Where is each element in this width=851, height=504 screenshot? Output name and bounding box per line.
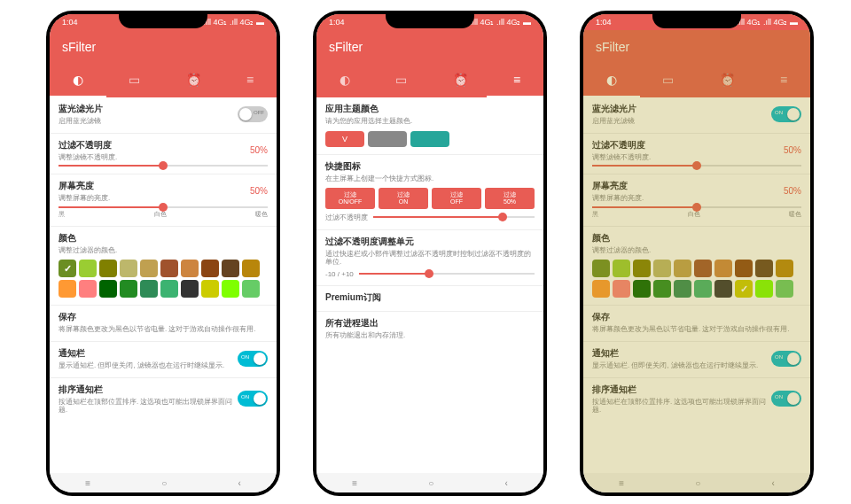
dim-slider[interactable] bbox=[59, 206, 268, 208]
color-swatch[interactable] bbox=[120, 280, 137, 298]
color-swatch[interactable] bbox=[59, 280, 76, 298]
color-swatch[interactable] bbox=[755, 280, 773, 298]
quick-icon-row: 快捷图标 在主屏幕上创建一个快捷方式图标. 过滤ON/OFF过滤ON过滤OFF过… bbox=[316, 155, 543, 230]
tab-schedule-icon[interactable]: ⏰ bbox=[720, 73, 735, 87]
dim-sub: 调整屏幕的亮度. bbox=[59, 194, 110, 203]
color-swatch[interactable] bbox=[222, 280, 239, 298]
tab-schedule-icon[interactable]: ⏰ bbox=[186, 73, 201, 87]
color-swatch[interactable] bbox=[613, 260, 630, 277]
notification-toggle[interactable]: ON bbox=[238, 351, 268, 367]
opacity-slider[interactable] bbox=[59, 165, 268, 167]
tab-menu-icon[interactable]: ≡ bbox=[780, 73, 787, 87]
exit-row[interactable]: 所有进程退出 所有功能退出和内存清理. bbox=[316, 312, 543, 347]
tab-dim-icon[interactable]: ▭ bbox=[662, 73, 674, 87]
tab-bar: ◐ ▭ ⏰ ≡ bbox=[50, 64, 277, 96]
quick-shortcut-button[interactable]: 过滤50% bbox=[485, 188, 535, 208]
color-swatch[interactable] bbox=[242, 280, 260, 298]
blue-filter-toggle[interactable]: OFF bbox=[238, 106, 268, 122]
step-slider[interactable] bbox=[359, 273, 535, 275]
color-swatch[interactable] bbox=[694, 260, 712, 277]
color-swatch[interactable] bbox=[714, 280, 732, 298]
color-swatch[interactable] bbox=[776, 280, 793, 298]
nav-home-icon[interactable]: ○ bbox=[695, 478, 700, 488]
quick-shortcut-button[interactable]: 过滤OFF bbox=[432, 188, 481, 208]
color-swatch[interactable] bbox=[160, 260, 178, 277]
theme-chip[interactable]: V bbox=[325, 131, 364, 147]
theme-chip[interactable] bbox=[410, 131, 449, 147]
main-content[interactable]: 应用主题颜色 请为您的应用选择主题颜色. V 快捷图标 在主屏幕上创建一个快捷方… bbox=[316, 97, 543, 473]
color-swatch[interactable] bbox=[201, 260, 219, 277]
color-swatch[interactable] bbox=[592, 260, 610, 277]
quick-opacity-slider[interactable] bbox=[373, 216, 535, 218]
color-swatch[interactable] bbox=[613, 280, 630, 298]
premium-row[interactable]: Premium订阅 bbox=[316, 286, 543, 312]
dim-slider[interactable] bbox=[592, 206, 801, 208]
color-swatch[interactable] bbox=[653, 260, 671, 277]
save-row[interactable]: 保存 将屏幕颜色更改为黑色以节省电量. 这对于游戏自动操作很有用. bbox=[50, 306, 277, 342]
nav-back-icon[interactable]: ‹ bbox=[772, 478, 775, 488]
blue-light-filter-row[interactable]: 蓝光滤光片 启用蓝光滤镜 ON bbox=[583, 97, 810, 134]
notification-row[interactable]: 通知栏 显示通知栏. 但即使关闭, 滤镜器也在运行时继续显示. ON bbox=[50, 342, 277, 378]
blue-filter-toggle[interactable]: ON bbox=[771, 106, 801, 122]
color-swatch[interactable] bbox=[79, 260, 97, 277]
quick-title: 快捷图标 bbox=[325, 160, 535, 173]
quick-shortcut-button[interactable]: 过滤ON bbox=[379, 188, 428, 208]
color-swatch[interactable] bbox=[633, 260, 651, 277]
notification-toggle[interactable]: ON bbox=[771, 351, 801, 367]
color-swatch[interactable] bbox=[653, 280, 671, 298]
color-swatch[interactable] bbox=[674, 280, 691, 298]
color-swatch[interactable] bbox=[181, 280, 199, 298]
nav-home-icon[interactable]: ○ bbox=[428, 478, 433, 488]
tab-dim-icon[interactable]: ▭ bbox=[395, 73, 407, 87]
nav-home-icon[interactable]: ○ bbox=[161, 478, 167, 488]
color-swatch[interactable] bbox=[160, 280, 178, 298]
color-swatch[interactable] bbox=[776, 260, 793, 277]
main-content[interactable]: 蓝光滤光片 启用蓝光滤镜 OFF 过滤不透明度 调整滤镜不透明度. 50% bbox=[50, 97, 277, 473]
tab-filter-icon[interactable]: ◐ bbox=[73, 73, 83, 87]
opacity-slider[interactable] bbox=[592, 165, 801, 167]
color-swatch[interactable] bbox=[592, 280, 610, 298]
tab-filter-icon[interactable]: ◐ bbox=[606, 73, 617, 87]
main-content[interactable]: 蓝光滤光片 启用蓝光滤镜 ON 过滤不透明度 调整滤镜不透明度. 50% bbox=[583, 97, 810, 473]
color-swatch[interactable] bbox=[633, 280, 651, 298]
color-swatch[interactable] bbox=[201, 280, 219, 298]
tab-dim-icon[interactable]: ▭ bbox=[129, 73, 140, 87]
color-title: 颜色 bbox=[592, 232, 801, 244]
tab-schedule-icon[interactable]: ⏰ bbox=[453, 73, 468, 87]
color-swatch[interactable] bbox=[714, 260, 732, 277]
color-swatch[interactable] bbox=[79, 280, 97, 298]
color-swatch[interactable] bbox=[99, 260, 117, 277]
color-swatch[interactable] bbox=[242, 260, 260, 277]
tab-bar: ◐ ▭ ⏰ ≡ bbox=[316, 64, 543, 96]
app-title: sFilter bbox=[583, 30, 810, 64]
tab-menu-icon[interactable]: ≡ bbox=[513, 73, 520, 87]
nav-back-icon[interactable]: ‹ bbox=[505, 478, 508, 488]
sort-notification-toggle[interactable]: ON bbox=[238, 391, 268, 407]
color-swatch[interactable] bbox=[735, 280, 753, 298]
color-swatch[interactable] bbox=[735, 260, 753, 277]
color-swatch[interactable] bbox=[140, 260, 158, 277]
color-swatch[interactable] bbox=[59, 260, 76, 277]
sort-notification-row[interactable]: 排序通知栏 按通知栏在顶部位置排序. 这选项也可能出现锁屏界面问题. ON bbox=[583, 378, 810, 422]
color-swatch[interactable] bbox=[755, 260, 773, 277]
theme-chip[interactable] bbox=[368, 131, 407, 147]
nav-recent-icon[interactable]: ≡ bbox=[352, 478, 357, 488]
notification-row[interactable]: 通知栏 显示通知栏. 但即使关闭, 滤镜器也在运行时继续显示. ON bbox=[583, 342, 810, 378]
save-row[interactable]: 保存 将屏幕颜色更改为黑色以节省电量. 这对于游戏自动操作很有用. bbox=[583, 306, 810, 342]
color-swatch[interactable] bbox=[694, 280, 712, 298]
sort-notification-row[interactable]: 排序通知栏 按通知栏在顶部位置排序. 这选项也可能出现锁屏界面问题. ON bbox=[50, 378, 277, 422]
color-swatch[interactable] bbox=[674, 260, 691, 277]
color-swatch[interactable] bbox=[120, 260, 137, 277]
sort-notification-toggle[interactable]: ON bbox=[771, 391, 801, 407]
quick-shortcut-button[interactable]: 过滤ON/OFF bbox=[325, 188, 375, 208]
tab-filter-icon[interactable]: ◐ bbox=[340, 73, 350, 87]
nav-back-icon[interactable]: ‹ bbox=[238, 478, 241, 488]
color-swatch[interactable] bbox=[181, 260, 199, 277]
nav-recent-icon[interactable]: ≡ bbox=[85, 478, 90, 488]
color-swatch[interactable] bbox=[99, 280, 117, 298]
nav-recent-icon[interactable]: ≡ bbox=[619, 478, 624, 488]
tab-menu-icon[interactable]: ≡ bbox=[246, 73, 254, 87]
color-swatch[interactable] bbox=[140, 280, 158, 298]
blue-light-filter-row[interactable]: 蓝光滤光片 启用蓝光滤镜 OFF bbox=[50, 97, 277, 134]
color-swatch[interactable] bbox=[222, 260, 239, 277]
